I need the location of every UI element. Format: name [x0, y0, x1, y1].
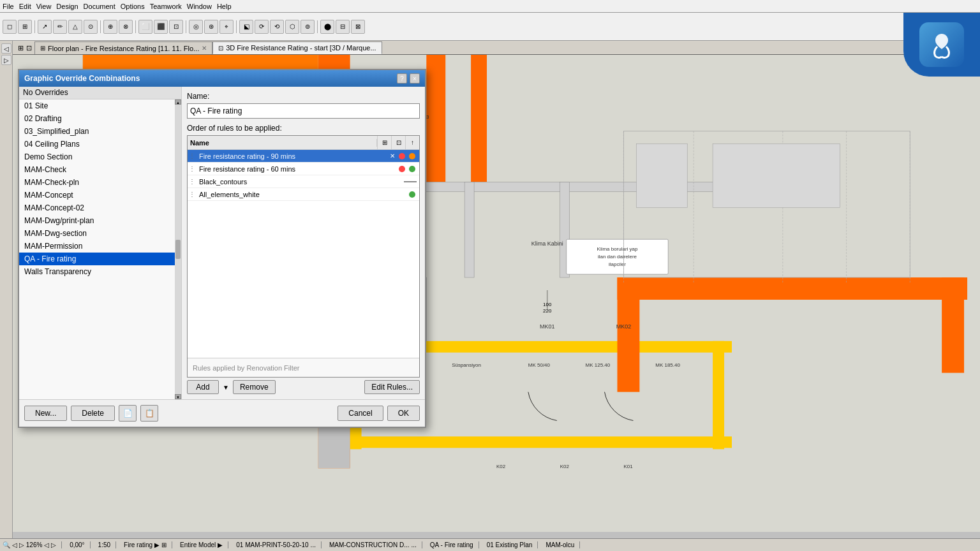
toolbar-btn-15[interactable]: ⬕: [239, 20, 253, 34]
rule-row-3[interactable]: ⋮All_elements_white: [188, 188, 419, 201]
toolbar-sep-3: [135, 20, 136, 33]
list-item-mam-check-pln[interactable]: MAM-Check-pln: [19, 176, 181, 189]
scroll-up-btn[interactable]: ▲: [175, 99, 181, 105]
name-section: Name:: [187, 92, 420, 119]
toolbar-btn-3[interactable]: ↗: [38, 20, 52, 34]
toolbar-btn-4[interactable]: ✏: [53, 20, 67, 34]
rule-row-2[interactable]: ⋮Black_contours: [188, 175, 419, 188]
dialog-titlebar[interactable]: Graphic Override Combinations ? ×: [19, 70, 425, 87]
svg-text:Süspansiyon: Süspansiyon: [452, 362, 481, 368]
tab-3d[interactable]: ⊡ 3D Fire Resistance Rating - start [3D …: [212, 41, 382, 54]
list-item-mam-check[interactable]: MAM-Check: [19, 163, 181, 176]
status-construction: MAM-CONSTRUCTION D... ...: [329, 541, 422, 548]
svg-text:K02: K02: [496, 464, 506, 469]
list-item-mam-dwg-print-plan[interactable]: MAM-Dwg/print-plan: [19, 214, 181, 227]
scroll-thumb[interactable]: [175, 240, 181, 259]
menu-view[interactable]: View: [36, 3, 52, 10]
zoom-controls[interactable]: ◁ ▷: [12, 541, 24, 548]
list-item-qa-fire-rating[interactable]: QA - Fire rating: [19, 253, 181, 265]
rule-handle-3: ⋮: [188, 191, 197, 198]
toolbar-btn-17[interactable]: ⟲: [270, 20, 284, 34]
import-btn[interactable]: 📄: [119, 405, 137, 422]
graphic-override-dialog: Graphic Override Combinations ? × No Ove…: [18, 69, 426, 428]
toolbar-btn-1[interactable]: ◻: [3, 20, 17, 34]
zoom-arrows[interactable]: ◁ ▷: [44, 541, 56, 548]
menu-teamwork[interactable]: Teamwork: [150, 3, 182, 10]
sidebar-btn-1[interactable]: ◁: [1, 43, 11, 54]
list-item-01-site[interactable]: 01 Site: [19, 99, 181, 112]
new-btn[interactable]: New...: [24, 406, 67, 421]
list-item-mam-permission[interactable]: MAM-Permission: [19, 240, 181, 253]
tab-floor-label: Floor plan - Fire Resistance Rating [11.…: [48, 45, 199, 52]
svg-rect-11: [942, 277, 964, 373]
toolbar-btn-22[interactable]: ⊠: [351, 20, 365, 34]
toolbar-btn-11[interactable]: ⊡: [169, 20, 183, 34]
toolbar-btn-2[interactable]: ⊞: [18, 20, 32, 34]
toolbar-btn-18[interactable]: ⬡: [285, 20, 299, 34]
svg-rect-8: [713, 341, 724, 450]
toolbar-btn-13[interactable]: ⊛: [204, 20, 218, 34]
menu-edit[interactable]: Edit: [19, 3, 31, 10]
menu-window[interactable]: Window: [187, 3, 212, 10]
toolbar-btn-8[interactable]: ⊗: [119, 20, 133, 34]
add-dropdown-arrow[interactable]: ▼: [223, 384, 229, 391]
toolbar-btn-7[interactable]: ⊕: [103, 20, 117, 34]
model-arrows[interactable]: ▶: [218, 541, 223, 548]
svg-text:MK02: MK02: [616, 323, 631, 330]
add-rule-btn[interactable]: Add: [187, 380, 219, 394]
delete-btn[interactable]: Delete: [71, 406, 115, 421]
menu-file[interactable]: File: [3, 3, 14, 10]
list-item-mam-dwg-section[interactable]: MAM-Dwg-section: [19, 227, 181, 240]
list-items-container: 01 Site02 Drafting03_Simplified_plan04 C…: [19, 99, 181, 278]
rule-row-0[interactable]: ⋮Fire resistance rating - 90 mins✕: [188, 150, 419, 163]
rule-row-1[interactable]: ⋮Fire resistance rating - 60 mins: [188, 163, 419, 175]
menubar: File Edit View Design Document Options T…: [0, 0, 980, 13]
toolbar-btn-6[interactable]: ⊙: [84, 20, 98, 34]
status-mode: Fire rating ▶ ⊞: [124, 541, 172, 548]
list-item-04-ceiling-plans[interactable]: 04 Ceiling Plans: [19, 138, 181, 151]
tab-floor-plan[interactable]: ⊞ Floor plan - Fire Resistance Rating [1…: [34, 41, 212, 54]
list-scrollbar[interactable]: ▲ ▼: [175, 99, 181, 399]
app-logo: [919, 22, 964, 67]
dialog-close-btn[interactable]: ×: [410, 73, 420, 84]
list-item-walls-transparency[interactable]: Walls Transparency: [19, 265, 181, 278]
toolbar-btn-21[interactable]: ⊟: [336, 20, 350, 34]
name-input[interactable]: [187, 103, 420, 119]
dialog-footer: New... Delete 📄 📋 Cancel OK: [19, 399, 425, 427]
svg-text:MK 125.40: MK 125.40: [586, 362, 611, 368]
toolbar-btn-12[interactable]: ◎: [189, 20, 203, 34]
toolbar-btn-10[interactable]: ⬛: [154, 20, 168, 34]
sidebar-btn-2[interactable]: ▷: [1, 55, 11, 65]
name-label: Name:: [187, 92, 420, 101]
svg-text:K02: K02: [560, 464, 570, 469]
edit-rules-btn[interactable]: Edit Rules...: [364, 380, 420, 394]
ok-btn[interactable]: OK: [387, 406, 420, 421]
menu-help[interactable]: Help: [217, 3, 232, 10]
tab-floor-close[interactable]: ✕: [202, 45, 207, 52]
list-item-mam-concept-02[interactable]: MAM-Concept-02: [19, 202, 181, 214]
toolbar-btn-9[interactable]: ⬜: [138, 20, 152, 34]
toolbar-btn-16[interactable]: ⟳: [255, 20, 269, 34]
rules-table-body: ⋮Fire resistance rating - 90 mins✕⋮Fire …: [188, 150, 419, 358]
menu-document[interactable]: Document: [84, 3, 115, 10]
list-item-demo-section[interactable]: Demo Section: [19, 151, 181, 163]
list-item-03-simplified-plan[interactable]: 03_Simplified_plan: [19, 125, 181, 138]
scroll-down-btn[interactable]: ▼: [175, 394, 181, 399]
rule-icons-2: [404, 181, 419, 182]
list-item-02-drafting[interactable]: 02 Drafting: [19, 112, 181, 125]
menu-options[interactable]: Options: [121, 3, 145, 10]
toolbar-btn-5[interactable]: △: [68, 20, 82, 34]
list-item-mam-concept[interactable]: MAM-Concept: [19, 189, 181, 202]
dialog-help-btn[interactable]: ?: [397, 73, 407, 84]
rules-table: Name ⊞ ⊡ ↑ ⋮Fire resistance rating - 90 …: [187, 135, 420, 378]
export-btn[interactable]: 📋: [140, 405, 158, 422]
rule-dot-0-0: [399, 153, 405, 159]
dialog-right-panel: Name: Order of rules to be applied: Name…: [182, 87, 425, 399]
remove-rule-btn[interactable]: Remove: [233, 380, 276, 394]
cancel-btn[interactable]: Cancel: [338, 406, 383, 421]
toolbar-btn-20[interactable]: ⬤: [320, 20, 334, 34]
mode-icon2: ⊞: [161, 541, 167, 548]
toolbar-btn-19[interactable]: ⊚: [301, 20, 315, 34]
toolbar-btn-14[interactable]: ⌖: [219, 20, 234, 34]
menu-design[interactable]: Design: [56, 3, 78, 10]
